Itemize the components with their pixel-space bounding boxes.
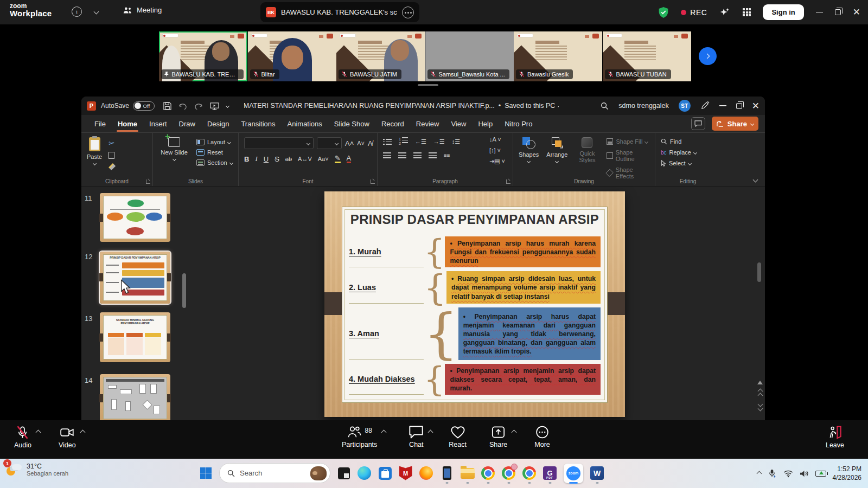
ai-companion-icon[interactable]	[719, 7, 731, 18]
thumbnail-slide-11[interactable]	[100, 193, 170, 242]
quick-styles-button[interactable]: Quick Styles	[575, 137, 599, 163]
ppt-restore-icon[interactable]	[736, 103, 742, 109]
chat-options-chevron[interactable]	[428, 430, 433, 435]
audio-button[interactable]: Audio	[14, 425, 31, 449]
tab-transitions[interactable]: Transitions	[235, 117, 280, 131]
shape-effects-button[interactable]: Shape Effects	[607, 166, 650, 179]
pen-mode-icon[interactable]	[700, 101, 710, 110]
new-slide-button[interactable]: New Slide	[158, 137, 190, 166]
font-name-select[interactable]	[244, 137, 314, 149]
reset-button[interactable]: Reset	[196, 149, 233, 156]
gallery-resize-handle[interactable]	[418, 84, 438, 86]
tab-meeting[interactable]: Meeting	[123, 6, 162, 14]
shrink-font-button[interactable]: A˅	[357, 140, 365, 146]
canvas-scrollbar[interactable]	[757, 262, 761, 282]
taskbar-phone-link[interactable]	[439, 466, 454, 480]
taskbar-store[interactable]	[378, 466, 392, 480]
taskbar-file-explorer[interactable]	[460, 466, 475, 480]
shape-fill-button[interactable]: Shape Fill	[607, 138, 650, 145]
more-button[interactable]: More	[534, 425, 550, 448]
next-slide-button[interactable]	[758, 402, 762, 410]
security-shield-icon[interactable]	[658, 7, 669, 18]
taskbar-chrome-profile3[interactable]	[522, 466, 537, 480]
font-dialog-launcher[interactable]	[371, 179, 375, 184]
share-button[interactable]: Share	[712, 117, 758, 131]
share-screen-button[interactable]: Share	[489, 425, 507, 448]
taskbar-chrome-profile2[interactable]	[501, 466, 516, 480]
collapse-ribbon-chevron[interactable]	[753, 177, 758, 183]
bold-button[interactable]: B	[244, 155, 249, 163]
share-options-chevron[interactable]	[512, 430, 517, 435]
replace-button[interactable]: bc Replace	[661, 149, 716, 156]
leave-button[interactable]: Leave	[826, 425, 844, 449]
strikethrough-button[interactable]: S	[275, 155, 279, 163]
ppt-minimize-icon[interactable]	[719, 105, 726, 106]
align-left-button[interactable]	[383, 152, 391, 158]
search-icon[interactable]	[601, 102, 609, 110]
tab-help[interactable]: Help	[473, 117, 498, 131]
clipboard-dialog-launcher[interactable]	[146, 179, 150, 184]
battery-icon[interactable]	[815, 471, 826, 477]
tab-insert[interactable]: Insert	[144, 117, 173, 131]
tab-draw[interactable]: Draw	[174, 117, 201, 131]
taskbar-search[interactable]: Search	[219, 463, 330, 483]
thumbnail-slide-14[interactable]	[100, 374, 170, 420]
slideshow-icon[interactable]	[210, 102, 219, 110]
char-spacing-button[interactable]: A↔V	[298, 156, 312, 162]
wifi-icon[interactable]	[783, 470, 793, 478]
section-button[interactable]: Section	[196, 159, 233, 166]
video-tile[interactable]: BAWASLU JATIM	[336, 31, 425, 81]
font-size-select[interactable]	[317, 137, 342, 149]
shape-outline-button[interactable]: Shape Outline	[607, 149, 650, 162]
tab-nitro-pro[interactable]: Nitro Pro	[499, 117, 538, 131]
user-name[interactable]: sdmo trenggalek	[618, 102, 668, 110]
window-close-icon[interactable]: ✕	[853, 8, 860, 17]
taskbar-chrome[interactable]	[481, 466, 495, 480]
select-button[interactable]: Select	[661, 160, 716, 166]
weather-widget[interactable]: 1 31°C Sebagian cerah	[5, 463, 68, 477]
saved-status[interactable]: Saved to this PC	[505, 102, 555, 110]
arrange-button[interactable]: Arrange	[546, 137, 567, 163]
font-color-button[interactable]: A	[347, 155, 352, 163]
paste-button[interactable]: Paste	[87, 137, 102, 170]
ppt-close-icon[interactable]: ✕	[752, 101, 760, 111]
scroll-up-icon[interactable]	[757, 381, 763, 384]
tray-mic-icon[interactable]	[768, 469, 777, 478]
avatar[interactable]: ST	[679, 100, 691, 112]
align-center-button[interactable]	[398, 152, 406, 158]
start-button[interactable]	[199, 466, 213, 480]
clear-formatting-button[interactable]: A̸	[368, 139, 373, 147]
chevron-down-icon[interactable]	[94, 9, 99, 15]
align-text-button[interactable]: [↕] ˅	[489, 147, 505, 153]
window-minimize-icon[interactable]	[816, 12, 823, 13]
taskbar-firefox[interactable]	[419, 466, 433, 480]
window-restore-icon[interactable]	[835, 9, 841, 15]
taskbar-edge[interactable]	[357, 466, 372, 480]
save-icon[interactable]	[163, 102, 171, 110]
align-right-button[interactable]	[413, 152, 422, 158]
video-button[interactable]: Video	[59, 425, 76, 449]
tab-design[interactable]: Design	[202, 117, 234, 131]
layout-button[interactable]: Layout	[196, 139, 233, 145]
tab-options-icon[interactable]	[402, 7, 414, 18]
format-painter-icon[interactable]	[108, 163, 116, 170]
taskbar-word[interactable]: W	[590, 466, 604, 480]
underline-button[interactable]: U	[264, 155, 269, 163]
shapes-button[interactable]: Shapes	[519, 137, 539, 163]
numbering-button[interactable]: 12	[399, 137, 408, 146]
video-tile[interactable]: Samsul_Bawaslu Kota ...	[425, 31, 514, 81]
participants-options-chevron[interactable]	[381, 430, 387, 435]
tab-record[interactable]: Record	[376, 117, 410, 131]
text-direction-button[interactable]: ↓A ˅	[489, 136, 505, 143]
sign-in-button[interactable]: Sign in	[763, 4, 803, 20]
decrease-indent-button[interactable]: ←☰	[415, 138, 426, 145]
video-tile[interactable]: BAWASLU TUBAN	[603, 31, 691, 81]
gallery-next-page-button[interactable]	[699, 47, 717, 65]
increase-indent-button[interactable]: →☰	[433, 138, 445, 145]
tab-review[interactable]: Review	[411, 117, 445, 131]
tab-home[interactable]: Home	[112, 117, 143, 131]
italic-button[interactable]: I	[255, 155, 257, 163]
speaker-icon[interactable]	[800, 470, 809, 478]
customize-toolbar-chevron[interactable]	[226, 104, 229, 107]
video-tile[interactable]: Blitar	[248, 31, 336, 81]
